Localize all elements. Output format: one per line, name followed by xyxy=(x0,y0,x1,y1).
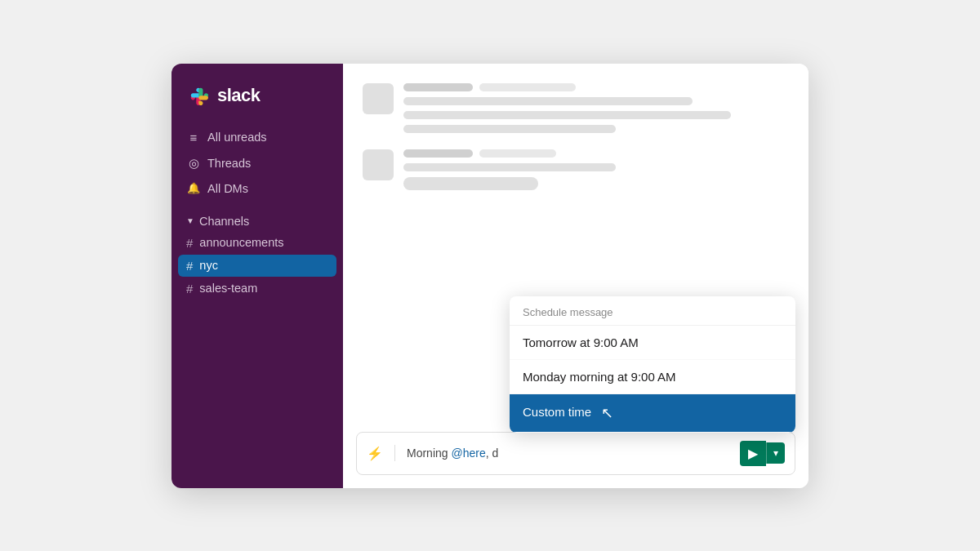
channel-item-sales-team[interactable]: # sales-team xyxy=(178,278,336,300)
channels-header[interactable]: ▼ Channels xyxy=(178,211,336,231)
dropdown-item-tomorrow[interactable]: Tomorrow at 9:00 AM xyxy=(510,326,795,360)
avatar xyxy=(363,149,394,180)
dropdown-item-custom-label: Custom time xyxy=(523,404,591,418)
dropdown-item-monday[interactable]: Monday morning at 9:00 AM xyxy=(510,360,795,394)
channel-item-nyc[interactable]: # nyc xyxy=(178,255,336,277)
channel-label-nyc: nyc xyxy=(199,259,218,272)
compose-mention: @here xyxy=(451,447,485,460)
hash-icon-nyc: # xyxy=(186,259,193,273)
slack-logo-icon xyxy=(186,83,211,108)
message-lines xyxy=(403,83,789,133)
sidebar: slack ≡ All unreads ◎ Threads 🔔 All DMs … xyxy=(172,64,343,488)
send-icon: ▶ xyxy=(748,446,758,461)
send-dropdown-icon: ▾ xyxy=(773,447,778,459)
message-lines xyxy=(403,149,789,190)
message-header-line xyxy=(403,149,789,158)
send-dropdown-button[interactable]: ▾ xyxy=(766,442,785,464)
compose-box: ⚡ Morning @here, d ▶ ▾ xyxy=(356,432,795,475)
dropdown-header: Schedule message xyxy=(510,296,795,326)
skeleton-text-1 xyxy=(403,97,693,105)
channel-label-announcements: announcements xyxy=(199,236,283,249)
message-row xyxy=(363,149,789,190)
compose-divider xyxy=(394,445,395,461)
schedule-dropdown: Schedule message Tomorrow at 9:00 AM Mon… xyxy=(510,296,795,433)
dropdown-item-monday-label: Monday morning at 9:00 AM xyxy=(523,370,676,384)
avatar xyxy=(363,83,394,114)
sidebar-nav: ≡ All unreads ◎ Threads 🔔 All DMs xyxy=(172,126,343,200)
skeleton-text-2 xyxy=(403,111,731,119)
channel-label-sales-team: sales-team xyxy=(199,282,257,295)
compose-text[interactable]: Morning @here, d xyxy=(407,447,498,460)
hash-icon-announcements: # xyxy=(186,236,193,250)
compose-text-suffix: , d xyxy=(486,447,499,460)
channels-arrow-icon: ▼ xyxy=(186,216,194,225)
main-content: Schedule message Tomorrow at 9:00 AM Mon… xyxy=(343,64,808,488)
all-unreads-label: All unreads xyxy=(207,131,267,144)
compose-text-prefix: Morning xyxy=(407,447,451,460)
threads-icon: ◎ xyxy=(186,156,201,171)
skeleton-timestamp xyxy=(479,83,576,91)
message-header-line xyxy=(403,83,789,91)
skeleton-timestamp xyxy=(479,149,556,158)
sidebar-logo: slack xyxy=(172,83,343,126)
app-container: slack ≡ All unreads ◎ Threads 🔔 All DMs … xyxy=(172,64,808,488)
compose-area: Schedule message Tomorrow at 9:00 AM Mon… xyxy=(343,424,808,488)
compose-right: ▶ ▾ xyxy=(740,441,785,466)
channels-section: ▼ Channels # announcements # nyc # sales… xyxy=(172,200,343,300)
dropdown-item-custom[interactable]: Custom time ↖ xyxy=(510,394,795,433)
channels-header-label: Channels xyxy=(199,215,249,228)
sidebar-item-threads[interactable]: ◎ Threads xyxy=(178,151,336,176)
send-button[interactable]: ▶ xyxy=(740,441,766,466)
hash-icon-sales-team: # xyxy=(186,282,193,295)
sidebar-item-all-unreads[interactable]: ≡ All unreads xyxy=(178,126,336,149)
all-unreads-icon: ≡ xyxy=(186,131,201,144)
all-dms-label: All DMs xyxy=(207,182,248,195)
sidebar-item-all-dms[interactable]: 🔔 All DMs xyxy=(178,177,336,200)
bolt-icon[interactable]: ⚡ xyxy=(367,446,383,461)
skeleton-text-3 xyxy=(403,125,616,133)
logo-text: slack xyxy=(217,85,261,106)
message-row xyxy=(363,83,789,133)
skeleton-name xyxy=(403,149,473,158)
dropdown-item-tomorrow-label: Tomorrow at 9:00 AM xyxy=(523,335,639,349)
all-dms-icon: 🔔 xyxy=(186,182,201,194)
compose-left: ⚡ Morning @here, d xyxy=(367,445,740,461)
threads-label: Threads xyxy=(207,157,251,170)
skeleton-name xyxy=(403,83,473,91)
channel-item-announcements[interactable]: # announcements xyxy=(178,232,336,254)
cursor-icon: ↖ xyxy=(601,404,613,422)
skeleton-text-1 xyxy=(403,163,616,171)
skeleton-pill xyxy=(403,177,538,190)
